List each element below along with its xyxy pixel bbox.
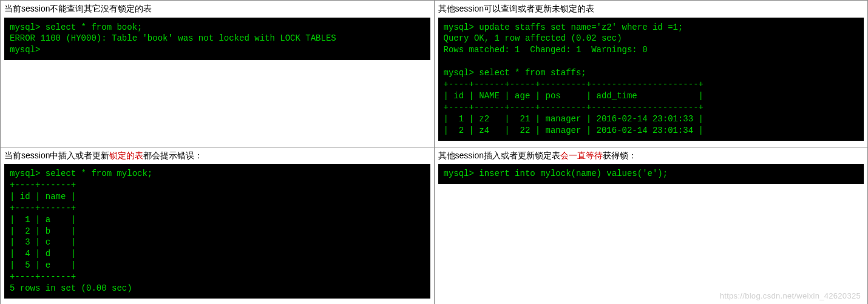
caption-r2c2: 其他session插入或者更新锁定表会一直等待获得锁： <box>438 150 864 162</box>
watermark-text: https://blog.csdn.net/weixin_42620325 <box>720 291 861 300</box>
caption-r2c2-part1: 其他session插入或者更新锁定表 <box>438 150 560 160</box>
cell-r2c2: 其他session插入或者更新锁定表会一直等待获得锁： mysql> inser… <box>434 147 868 304</box>
caption-r2c1-red: 锁定的表 <box>109 150 143 160</box>
caption-r2c1-part1: 当前session中插入或者更新 <box>4 150 109 160</box>
cell-r1c2: 其他session可以查询或者更新未锁定的表 mysql> update sta… <box>434 1 868 147</box>
caption-r1c2: 其他session可以查询或者更新未锁定的表 <box>438 3 864 15</box>
comparison-table: 当前session不能查询其它没有锁定的表 mysql> select * fr… <box>0 0 868 304</box>
caption-r2c1-part3: 都会提示错误： <box>143 150 203 160</box>
caption-r1c1: 当前session不能查询其它没有锁定的表 <box>4 3 430 15</box>
terminal-r2c2: mysql> insert into mylock(name) values('… <box>438 164 864 184</box>
cell-r1c1: 当前session不能查询其它没有锁定的表 mysql> select * fr… <box>1 1 435 147</box>
terminal-r1c2: mysql> update staffs set name='z2' where… <box>438 18 864 141</box>
caption-r2c2-red: 会一直等待 <box>560 150 603 160</box>
caption-r2c2-part3: 获得锁： <box>603 150 637 160</box>
terminal-r2c1: mysql> select * from mylock; +----+-----… <box>4 164 430 299</box>
terminal-r1c1: mysql> select * from book; ERROR 1100 (H… <box>4 18 430 61</box>
caption-r2c1: 当前session中插入或者更新锁定的表都会提示错误： <box>4 150 430 162</box>
cell-r2c1: 当前session中插入或者更新锁定的表都会提示错误： mysql> selec… <box>1 147 435 304</box>
